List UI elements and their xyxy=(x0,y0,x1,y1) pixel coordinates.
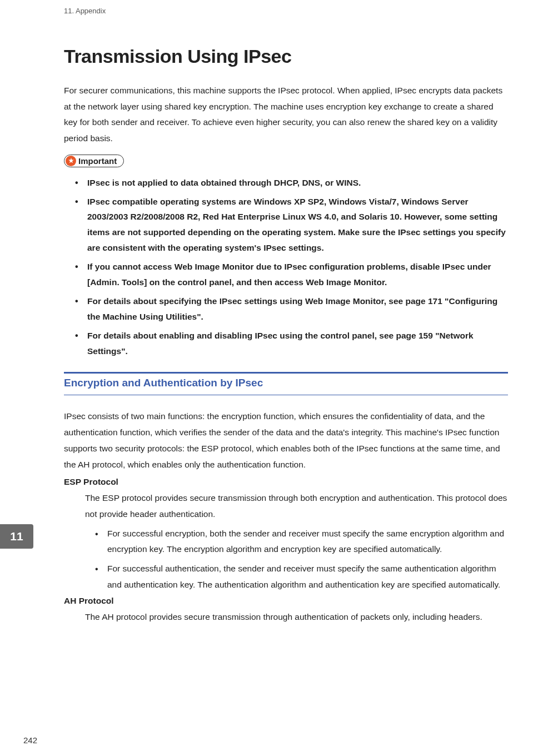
list-item: For details about specifying the IPsec s… xyxy=(87,294,508,325)
important-list: IPsec is not applied to data obtained th… xyxy=(64,175,508,359)
important-badge: Important xyxy=(64,155,124,167)
section-divider xyxy=(64,372,508,374)
section-intro: IPsec consists of two main functions: th… xyxy=(64,409,508,472)
ah-heading: AH Protocol xyxy=(64,596,508,606)
esp-bullet-list: For successful encryption, both the send… xyxy=(64,526,508,593)
list-item: For successful encryption, both the send… xyxy=(107,526,508,558)
list-item: IPsec compatible operating systems are W… xyxy=(87,194,508,256)
page-title: Transmission Using IPsec xyxy=(64,46,508,67)
chapter-label: 11. Appendix xyxy=(64,7,106,15)
list-item: IPsec is not applied to data obtained th… xyxy=(87,175,508,191)
ah-description: The AH protocol provides secure transmis… xyxy=(64,609,508,625)
chapter-number: 11 xyxy=(10,530,23,543)
important-label: Important xyxy=(78,156,117,166)
esp-heading: ESP Protocol xyxy=(64,477,508,487)
esp-description: The ESP protocol provides secure transmi… xyxy=(64,490,508,522)
section-heading: Encryption and Authentication by IPsec xyxy=(64,377,508,395)
page-content: Transmission Using IPsec For securer com… xyxy=(0,15,533,625)
chapter-tab: 11 xyxy=(0,524,33,549)
list-item: If you cannot access Web Image Monitor d… xyxy=(87,259,508,290)
intro-paragraph: For securer communications, this machine… xyxy=(64,83,508,147)
list-item: For details about enabling and disabling… xyxy=(87,328,508,359)
page-number: 242 xyxy=(23,735,37,745)
list-item: For successful authentication, the sende… xyxy=(107,561,508,593)
star-icon xyxy=(66,156,76,166)
page-header: 11. Appendix xyxy=(0,0,533,15)
